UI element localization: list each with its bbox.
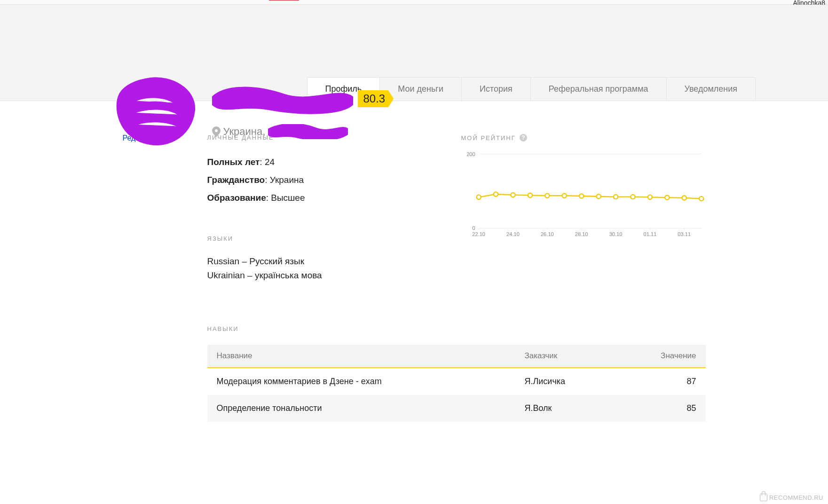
skills-cell-customer: Я.Лисичка [515,368,615,395]
rating-chart-svg: 020022.1024.1026.1028.1030.1001.1103.11 [461,146,706,245]
language-item: Ukrainian – українська мова [207,268,442,283]
svg-text:24.10: 24.10 [506,231,520,237]
svg-point-27 [631,195,635,199]
rating-chart: 020022.1024.1026.1028.1030.1001.1103.11 [461,146,706,247]
svg-point-20 [511,193,515,197]
rating-badge: 80.3 [358,90,394,107]
svg-text:26.10: 26.10 [540,231,553,237]
age-value: 24 [265,157,275,167]
citizenship-label: Гражданство [207,175,265,185]
tab-notifications[interactable]: Уведомления [667,77,756,101]
username-redacted-scribble [212,87,353,115]
svg-text:01.11: 01.11 [643,231,656,237]
svg-point-30 [682,196,686,200]
table-row: Модерация комментариев в Дзене - examЯ.Л… [207,368,706,395]
personal-data-block: Полных лет: 24 Гражданство: Украина Обра… [207,153,442,207]
svg-text:03.11: 03.11 [678,231,691,237]
skills-header-value: Значение [615,345,705,368]
profile-header: 80.3 Украина, Профиль Мои деньги История… [0,5,828,101]
skills-header-name: Название [207,345,515,368]
language-item: Russian – Русский язык [207,254,442,268]
table-row: Определение тональностиЯ.Волк85 [207,395,706,422]
section-title-languages: ЯЗЫКИ [207,235,442,242]
skills-table: Название Заказчик Значение Модерация ком… [207,345,706,422]
help-icon[interactable]: ? [520,134,527,142]
skills-cell-value: 85 [615,395,705,422]
svg-point-24 [579,194,584,198]
svg-point-18 [476,195,481,199]
skills-cell-customer: Я.Волк [515,395,615,422]
skills-cell-value: 87 [615,368,705,395]
section-title-skills: НАВЫКИ [207,325,706,332]
svg-text:30.10: 30.10 [609,231,622,237]
location-pin-icon [212,126,221,137]
sidebar: Редактировать [123,134,207,422]
skills-header-customer: Заказчик [515,345,615,368]
age-label: Полных лет [207,157,260,167]
svg-point-29 [665,195,669,199]
svg-point-19 [493,192,497,196]
languages-block: ЯЗЫКИ Russian – Русский язык Ukrainian –… [207,235,442,283]
citizenship-value: Украина [270,175,304,185]
svg-point-26 [613,195,617,199]
svg-point-22 [545,194,549,198]
svg-point-21 [528,193,532,197]
skills-cell-name: Определение тональности [207,395,515,422]
top-nav-active-indicator [269,0,299,0]
svg-text:22.10: 22.10 [472,231,485,237]
location-row: Украина, [212,124,348,139]
skills-block: НАВЫКИ Название Заказчик Значение Модера… [207,325,706,422]
personal-column: ЛИЧНЫЕ ДАННЫЕ Полных лет: 24 Гражданство… [207,134,442,283]
location-city-redacted-scribble [268,124,348,139]
education-value: Высшее [271,193,305,203]
svg-text:0: 0 [472,225,475,231]
svg-text:200: 200 [466,151,475,157]
tab-history[interactable]: История [462,77,531,101]
svg-point-28 [647,195,652,199]
svg-point-23 [562,194,566,198]
svg-point-31 [699,197,703,201]
top-nav-bar: Alinochka8 [0,0,828,5]
svg-point-25 [596,194,600,198]
tab-referral[interactable]: Реферальная программа [531,77,667,101]
education-label: Образование [207,193,266,203]
svg-text:28.10: 28.10 [575,231,588,237]
rating-column: МОЙ РЕЙТИНГ ? 020022.1024.1026.1028.1030… [461,134,706,283]
skills-cell-name: Модерация комментариев в Дзене - exam [207,368,515,395]
section-title-rating: МОЙ РЕЙТИНГ [461,134,516,142]
avatar-redacted-scribble [113,77,198,148]
location-country: Украина, [223,126,266,138]
